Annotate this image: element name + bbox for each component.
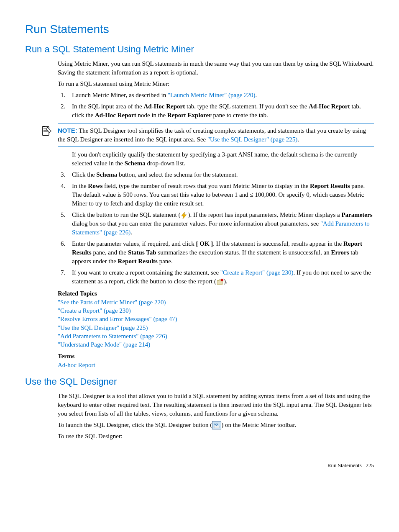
svg-text:SQL: SQL: [214, 423, 219, 426]
svg-marker-4: [182, 212, 187, 219]
designer-use-lead: To use the SQL Designer:: [58, 432, 374, 441]
step-4: In the Rows field, type the number of re…: [67, 182, 374, 208]
sql-designer-button-icon: SQL: [212, 421, 221, 429]
schema-default-paragraph: If you don't explicitly qualify the stat…: [67, 150, 374, 168]
link-create-report-2[interactable]: "Create a Report" (page 230): [58, 306, 374, 315]
link-resolve-errors[interactable]: "Resolve Errors and Error Messages" (pag…: [58, 315, 374, 323]
step-1: Launch Metric Miner, as described in "La…: [67, 91, 374, 100]
link-create-report[interactable]: "Create a Report" (page 230): [220, 269, 294, 276]
link-add-parameters-2[interactable]: "Add Parameters to Statements" (page 226…: [58, 332, 374, 340]
related-topics-heading: Related Topics: [58, 289, 374, 298]
link-use-sql-designer-2[interactable]: "Use the SQL Designer" (page 225): [58, 324, 374, 332]
link-understand-page-mode[interactable]: "Understand Page Mode" (page 214): [58, 340, 374, 349]
designer-launch: To launch the SQL Designer, click the SQ…: [58, 421, 374, 430]
note-block: NOTE: The SQL Designer tool simplifies t…: [58, 123, 374, 147]
note-icon: [40, 125, 52, 137]
intro-lead: To run a SQL statement using Metric Mine…: [58, 80, 374, 88]
link-use-sql-designer-note[interactable]: "Use the SQL Designer" (page 225): [207, 136, 297, 143]
terms-heading: Terms: [58, 352, 374, 361]
step-6: Enter the parameter values, if required,…: [67, 239, 374, 266]
lightning-run-icon: [180, 212, 188, 219]
step-2: In the SQL input area of the Ad-Hoc Repo…: [67, 102, 374, 120]
link-launch-metric-miner[interactable]: "Launch Metric Miner" (page 220): [168, 92, 256, 98]
svg-rect-9: [214, 426, 219, 428]
link-adhoc-report-term[interactable]: Ad-hoc Report: [58, 361, 374, 369]
page-footer: Run Statements 225: [25, 462, 374, 469]
page-title: Run Statements: [25, 21, 374, 37]
close-report-icon: [216, 278, 224, 286]
step-7: If you want to create a report containin…: [67, 268, 374, 286]
step-3: Click the Schema button, and select the …: [67, 170, 374, 179]
step-5: Click the button to run the SQL statemen…: [67, 211, 374, 237]
section-heading-use-sql-designer: Use the SQL Designer: [25, 375, 374, 388]
section-heading-run-sql: Run a SQL Statement Using Metric Miner: [25, 43, 374, 56]
link-see-parts[interactable]: "See the Parts of Metric Miner" (page 22…: [58, 298, 374, 306]
note-label: NOTE:: [58, 127, 77, 134]
intro-paragraph: Using Metric Miner, you can run SQL stat…: [58, 59, 374, 77]
designer-intro: The SQL Designer is a tool that allows y…: [58, 392, 374, 418]
svg-rect-5: [217, 280, 223, 285]
